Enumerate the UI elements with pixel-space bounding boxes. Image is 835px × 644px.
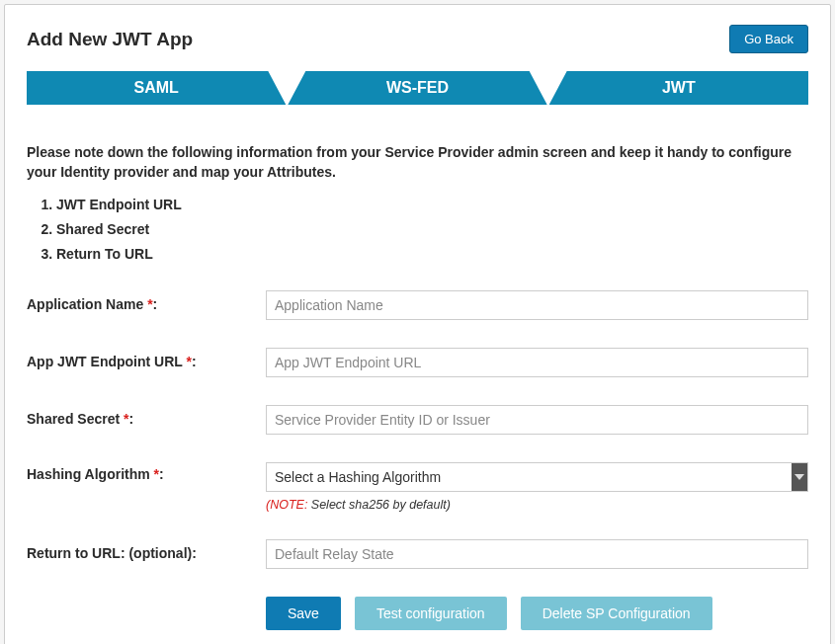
- info-item-1: JWT Endpoint URL: [56, 193, 808, 217]
- panel: Add New JWT App Go Back SAML WS-FED JWT …: [4, 4, 831, 644]
- endpoint-input[interactable]: [266, 348, 808, 377]
- page-title: Add New JWT App: [27, 29, 193, 50]
- tabs: SAML WS-FED JWT: [27, 71, 808, 105]
- row-secret: Shared Secret *:: [27, 405, 808, 435]
- label-return-url: Return to URL: (optional):: [27, 539, 266, 561]
- label-app-name: Application Name *:: [27, 290, 266, 312]
- test-config-button[interactable]: Test configuration: [355, 597, 507, 630]
- info-item-2: Shared Secret: [56, 217, 808, 242]
- algo-select[interactable]: Select a Hashing Algorithm: [266, 462, 808, 492]
- secret-input[interactable]: [266, 405, 808, 435]
- tab-saml[interactable]: SAML: [27, 71, 286, 105]
- label-algo: Hashing Algorithm *:: [27, 462, 266, 482]
- row-return-url: Return to URL: (optional):: [27, 539, 808, 569]
- return-url-input[interactable]: [266, 539, 808, 569]
- row-algo: Hashing Algorithm *: Select a Hashing Al…: [27, 462, 808, 512]
- info-item-3: Return To URL: [56, 242, 808, 267]
- delete-config-button[interactable]: Delete SP Configuration: [521, 597, 712, 630]
- algo-select-wrap: Select a Hashing Algorithm: [266, 462, 808, 492]
- intro-text: Please note down the following informati…: [27, 142, 808, 183]
- info-list: JWT Endpoint URL Shared Secret Return To…: [56, 193, 808, 268]
- button-row: Save Test configuration Delete SP Config…: [266, 597, 808, 630]
- algo-note: (NOTE: Select sha256 by default): [266, 498, 808, 512]
- save-button[interactable]: Save: [266, 597, 341, 630]
- tab-jwt[interactable]: JWT: [549, 71, 808, 105]
- go-back-button[interactable]: Go Back: [729, 25, 808, 53]
- app-name-input[interactable]: [266, 290, 808, 320]
- label-endpoint: App JWT Endpoint URL *:: [27, 348, 266, 369]
- row-app-name: Application Name *:: [27, 290, 808, 320]
- tab-wsfed[interactable]: WS-FED: [288, 71, 546, 105]
- label-secret: Shared Secret *:: [27, 405, 266, 427]
- row-endpoint: App JWT Endpoint URL *:: [27, 348, 808, 377]
- header-row: Add New JWT App Go Back: [27, 25, 808, 53]
